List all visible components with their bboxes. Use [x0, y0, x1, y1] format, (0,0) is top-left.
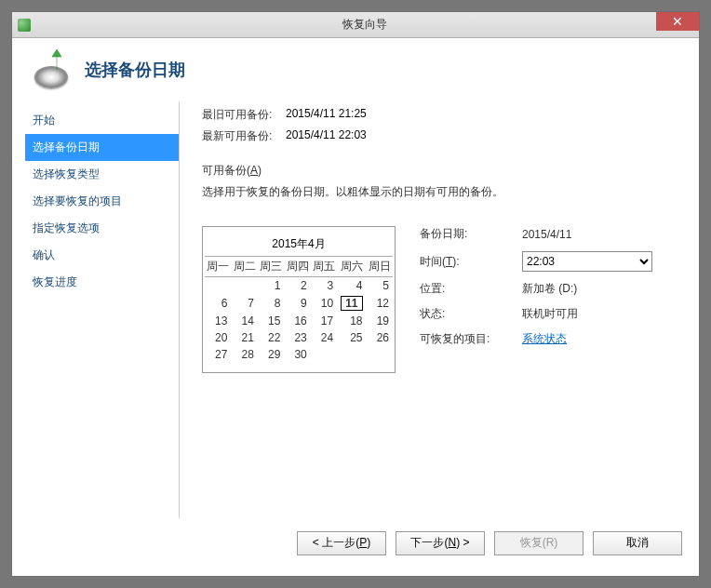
wizard-icon [31, 51, 72, 88]
calendar-day[interactable]: 6 [205, 294, 231, 313]
step-select-backup-date[interactable]: 选择备份日期 [25, 134, 179, 161]
calendar-day[interactable]: 14 [231, 313, 257, 329]
content: 选择备份日期 开始 选择备份日期 选择恢复类型 选择要恢复的项目 指定恢复选项 … [12, 38, 699, 576]
backup-date-label: 备份日期: [420, 226, 522, 242]
step-start[interactable]: 开始 [25, 107, 179, 134]
calendar-day[interactable]: 28 [231, 346, 257, 363]
status-label: 状态: [420, 306, 522, 322]
calendar-dow: 周一 [205, 257, 231, 277]
calendar-day[interactable]: 15 [258, 313, 284, 329]
status-value: 联机时可用 [522, 306, 578, 322]
page-title: 选择备份日期 [85, 59, 185, 81]
step-select-items[interactable]: 选择要恢复的项目 [25, 188, 179, 215]
available-backups-desc: 选择用于恢复的备份日期。以粗体显示的日期有可用的备份。 [202, 184, 680, 200]
calendar-day[interactable]: 9 [284, 294, 310, 313]
calendar-day[interactable]: 21 [231, 329, 257, 346]
calendar-grid: 周一周二周三周四周五周六周日 1234567891011121314151617… [205, 256, 393, 363]
previous-button[interactable]: < 上一步(P) [297, 531, 386, 555]
calendar-dow: 周六 [337, 257, 366, 277]
backup-details: 备份日期: 2015/4/11 时间(T): 22:03 [420, 226, 680, 373]
calendar-day[interactable]: 11 [337, 294, 366, 313]
time-select[interactable]: 22:03 [522, 251, 652, 272]
calendar-dow: 周二 [231, 257, 257, 277]
calendar-day[interactable]: 10 [311, 294, 337, 313]
location-value: 新加卷 (D:) [522, 281, 577, 297]
calendar-day [311, 346, 337, 363]
calendar-day[interactable]: 24 [311, 329, 337, 346]
calendar-day[interactable]: 7 [231, 294, 257, 313]
oldest-backup-value: 2015/4/11 21:25 [286, 107, 367, 123]
step-confirm[interactable]: 确认 [25, 242, 179, 269]
calendar-day [367, 346, 393, 363]
calendar-day[interactable]: 30 [284, 346, 310, 363]
wizard-steps: 开始 选择备份日期 选择恢复类型 选择要恢复的项目 指定恢复选项 确认 恢复进度 [25, 101, 179, 518]
calendar-title: 2015年4月 [205, 233, 393, 256]
calendar-day[interactable]: 25 [337, 329, 366, 346]
oldest-backup-row: 最旧可用备份: 2015/4/11 21:25 [202, 107, 680, 123]
wizard-window: 恢复向导 ✕ 选择备份日期 开始 选择备份日期 选择恢复类型 选择要恢复的项目 … [11, 11, 700, 577]
time-label: 时间(T): [420, 254, 522, 270]
recoverable-label: 可恢复的项目: [420, 331, 522, 347]
calendar-day[interactable]: 19 [367, 313, 393, 329]
calendar-day[interactable]: 17 [311, 313, 337, 329]
calendar[interactable]: 2015年4月 周一周二周三周四周五周六周日 12345678910111213… [202, 226, 396, 373]
calendar-day[interactable]: 12 [367, 294, 393, 313]
page-header: 选择备份日期 [25, 47, 686, 101]
newest-backup-label: 最新可用备份: [202, 128, 286, 144]
backup-date-value: 2015/4/11 [522, 228, 571, 241]
calendar-day[interactable]: 26 [367, 329, 393, 346]
app-icon [18, 19, 31, 32]
calendar-dow: 周日 [367, 257, 393, 277]
calendar-day [205, 277, 231, 295]
step-progress[interactable]: 恢复进度 [25, 269, 179, 296]
recover-button: 恢复(R) [494, 531, 584, 555]
window-title: 恢复向导 [31, 17, 699, 33]
newest-backup-value: 2015/4/11 22:03 [286, 128, 367, 144]
titlebar: 恢复向导 ✕ [12, 12, 699, 38]
calendar-day[interactable]: 20 [205, 329, 231, 346]
available-backups-title: 可用备份(A) [202, 163, 680, 179]
recoverable-link[interactable]: 系统状态 [522, 332, 567, 345]
calendar-dow: 周三 [258, 257, 284, 277]
calendar-day [337, 346, 366, 363]
cancel-button[interactable]: 取消 [593, 531, 682, 555]
step-select-recovery-type[interactable]: 选择恢复类型 [25, 161, 179, 188]
calendar-day[interactable]: 27 [205, 346, 231, 363]
calendar-dow: 周五 [311, 257, 337, 277]
step-specify-options[interactable]: 指定恢复选项 [25, 215, 179, 242]
calendar-day[interactable]: 4 [337, 277, 366, 295]
next-button[interactable]: 下一步(N) > [396, 531, 485, 555]
calendar-day[interactable]: 13 [205, 313, 231, 329]
calendar-day[interactable]: 22 [258, 329, 284, 346]
calendar-day[interactable]: 2 [284, 277, 310, 295]
calendar-day[interactable]: 3 [311, 277, 337, 295]
calendar-day[interactable]: 18 [337, 313, 366, 329]
newest-backup-row: 最新可用备份: 2015/4/11 22:03 [202, 128, 680, 144]
calendar-day[interactable]: 16 [284, 313, 310, 329]
close-button[interactable]: ✕ [656, 12, 699, 31]
calendar-day [231, 277, 257, 295]
body: 开始 选择备份日期 选择恢复类型 选择要恢复的项目 指定恢复选项 确认 恢复进度… [25, 101, 686, 518]
restore-arrow-icon [47, 49, 66, 72]
oldest-backup-label: 最旧可用备份: [202, 107, 286, 123]
footer: < 上一步(P) 下一步(N) > 恢复(R) 取消 [25, 518, 686, 567]
main-panel: 最旧可用备份: 2015/4/11 21:25 最新可用备份: 2015/4/1… [179, 101, 686, 518]
calendar-day[interactable]: 23 [284, 329, 310, 346]
calendar-day[interactable]: 8 [258, 294, 284, 313]
calendar-day[interactable]: 29 [258, 346, 284, 363]
calendar-day[interactable]: 1 [258, 277, 284, 295]
calendar-dow: 周四 [284, 257, 310, 277]
location-label: 位置: [420, 281, 522, 297]
lower-panel: 2015年4月 周一周二周三周四周五周六周日 12345678910111213… [202, 226, 680, 373]
calendar-day[interactable]: 5 [367, 277, 393, 295]
